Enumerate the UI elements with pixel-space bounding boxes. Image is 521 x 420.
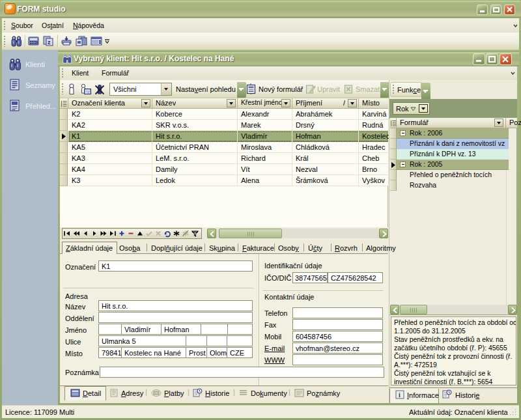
svg-text:z: z (48, 39, 51, 46)
svg-text:i: i (399, 391, 401, 399)
